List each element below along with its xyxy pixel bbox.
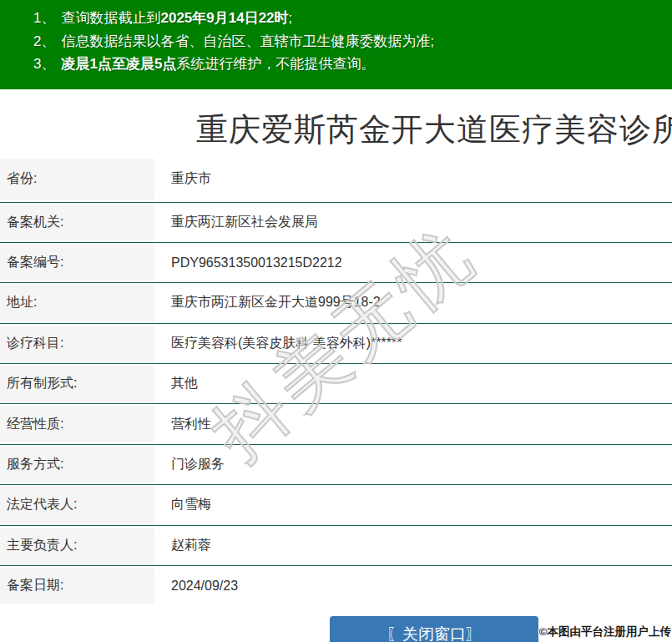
page-title: 重庆爱斯芮金开大道医疗美容诊所 bbox=[196, 109, 672, 151]
row-value: 其他 bbox=[171, 364, 198, 403]
row-label: 诊疗科目: bbox=[0, 326, 154, 361]
row-value: 重庆两江新区社会发展局 bbox=[171, 203, 318, 242]
notice-item-1: 1、查询数据截止到2025年9月14日22时; bbox=[33, 0, 672, 30]
row-value: 重庆市两江新区金开大道999号18-2 bbox=[171, 283, 381, 322]
notice-text: ; bbox=[289, 10, 293, 26]
row-value: 向雪梅 bbox=[171, 485, 211, 524]
row-label: 所有制形式: bbox=[0, 366, 154, 402]
notice-header: 1、查询数据截止到2025年9月14日22时; 2、信息数据结果以各省、自治区、… bbox=[0, 0, 672, 89]
table-row: 法定代表人: 向雪梅 bbox=[0, 484, 672, 524]
row-value: 门诊服务 bbox=[171, 445, 225, 484]
notice-text: 查询数据截止到 bbox=[61, 10, 160, 26]
close-window-button[interactable]: 〖关闭窗口〗 bbox=[330, 616, 538, 642]
notice-item-2: 2、信息数据结果以各省、自治区、直辖市卫生健康委数据为准; bbox=[33, 30, 672, 53]
row-label: 主要负责人: bbox=[0, 528, 154, 564]
row-value: 营利性 bbox=[171, 404, 211, 443]
row-label: 备案日期: bbox=[0, 568, 154, 604]
table-row: 备案日期: 2024/09/23 bbox=[0, 565, 672, 605]
record-table: 省份: 重庆市 备案机关: 重庆两江新区社会发展局 备案编号: PDY96531… bbox=[0, 157, 672, 605]
table-row: 服务方式: 门诊服务 bbox=[0, 444, 672, 484]
copyright-watermark: ©本图由平台注册用户上传 bbox=[539, 624, 671, 639]
row-value: 赵莉蓉 bbox=[171, 526, 211, 565]
row-value: 2024/09/23 bbox=[171, 566, 238, 605]
row-value: 重庆市 bbox=[171, 157, 211, 202]
row-value: 医疗美容科(美容皮肤科 美容外科)****** bbox=[171, 324, 402, 363]
row-value: PDY96531350013215D2212 bbox=[171, 243, 342, 282]
table-row: 主要负责人: 赵莉蓉 bbox=[0, 525, 672, 565]
row-label: 法定代表人: bbox=[0, 487, 154, 523]
table-row: 备案编号: PDY96531350013215D2212 bbox=[0, 242, 672, 282]
notice-text-bold: 2025年9月14日22时 bbox=[160, 10, 288, 26]
notice-number: 2、 bbox=[33, 33, 55, 49]
table-row: 备案机关: 重庆两江新区社会发展局 bbox=[0, 202, 672, 242]
table-row: 地址: 重庆市两江新区金开大道999号18-2 bbox=[0, 282, 672, 322]
row-label: 备案机关: bbox=[0, 205, 154, 240]
row-label: 服务方式: bbox=[0, 447, 154, 483]
notice-text-bold: 凌晨1点至凌晨5点 bbox=[61, 56, 176, 72]
row-label: 备案编号: bbox=[0, 245, 154, 281]
notice-item-3: 3、凌晨1点至凌晨5点系统进行维护，不能提供查询。 bbox=[33, 53, 672, 76]
row-label: 省份: bbox=[0, 159, 154, 200]
page: 1、查询数据截止到2025年9月14日22时; 2、信息数据结果以各省、自治区、… bbox=[0, 0, 672, 642]
row-label: 经营性质: bbox=[0, 406, 154, 442]
table-row: 所有制形式: 其他 bbox=[0, 363, 672, 403]
notice-number: 3、 bbox=[33, 56, 55, 72]
notice-text: 信息数据结果以各省、自治区、直辖市卫生健康委数据为准; bbox=[61, 33, 434, 49]
table-row: 诊疗科目: 医疗美容科(美容皮肤科 美容外科)****** bbox=[0, 323, 672, 363]
table-row: 经营性质: 营利性 bbox=[0, 403, 672, 443]
notice-number: 1、 bbox=[33, 10, 55, 26]
row-label: 地址: bbox=[0, 285, 154, 321]
notice-text: 系统进行维护，不能提供查询。 bbox=[176, 56, 375, 72]
table-row: 省份: 重庆市 bbox=[0, 157, 672, 202]
